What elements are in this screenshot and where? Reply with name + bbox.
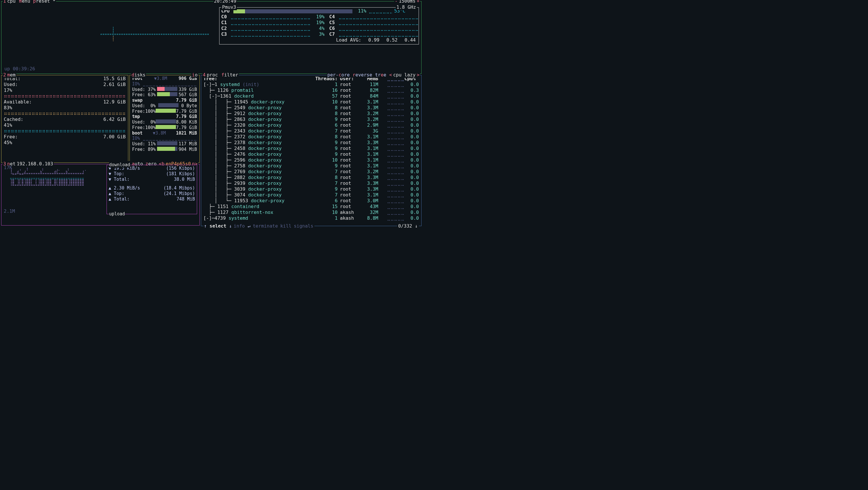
sort-mode[interactable]: cpu lazy bbox=[393, 72, 416, 78]
ul-top-val: (24.1 Mibps) bbox=[163, 191, 195, 197]
net-graph: ⢸ ⠀⠀⢠⠀⠀⢸⠀⠀⠀⠀⠀⠀⡆⠀⠀⠀⠀⠀⢠⡀⠀⠀⠀⡆⠀⠀⠀⠀⠀⠀⢀ ⢸⡀⢀⣾⡀⢀… bbox=[4, 165, 105, 214]
dl-label: download bbox=[109, 162, 130, 168]
disk-volume: tmp7.79 GiB bbox=[132, 114, 197, 119]
mem-panel: 2 mem Total:15.5 GiBUsed:2.61 GiB 17%⠶⠶⠶… bbox=[1, 75, 128, 163]
core-C5: C5⣀⣀⣀⣀⣀⣀⣀⣀⣀⣀⣀⣀⣀⣀⣀⣀⣀⣀⣀⣀⣀⣀⣀9% bbox=[329, 20, 423, 26]
proc-row[interactable]: │ ├─ 2882 docker-proxy 8 root 3.3M ⣀⣀⣀⣀⣀… bbox=[204, 175, 419, 180]
proc-row[interactable]: [-]─1 systemd (init) 1 root 11M ⣀⣀⣀⣀⣀ 0.… bbox=[204, 82, 419, 87]
clock: 20:26:49 bbox=[213, 0, 237, 4]
core-C0: C0⣀⣀⣀⣀⣀⣀⣀⣀⣀⣀⣀⣀⣀⣀⣀⣀⣀⣀⣀⣀⣀⣀⣀19% bbox=[221, 14, 324, 20]
ul-total: ▲ Total: bbox=[108, 197, 129, 202]
mem-row: Used:2.61 GiB bbox=[4, 82, 126, 87]
footer-info[interactable]: info bbox=[234, 223, 245, 229]
cpu-freq: 1.8 GHz bbox=[396, 4, 417, 10]
interval-minus[interactable]: - bbox=[394, 0, 398, 4]
mem-row: Cached:6.42 GiB bbox=[4, 117, 126, 122]
proc-row[interactable]: │ ├─ 3074 docker-proxy 7 root 3.1M ⣀⣀⣀⣀⣀… bbox=[204, 192, 419, 198]
ul-top: ▲ Top: bbox=[108, 191, 124, 197]
proc-row[interactable]: │ ├─ 2758 docker-proxy 9 root 3.1M ⣀⣀⣀⣀⣀… bbox=[204, 163, 419, 169]
proc-row[interactable]: │ ├─ 2476 docker-proxy 9 root 3.1M ⣀⣀⣀⣀⣀… bbox=[204, 151, 419, 157]
dl-total-val: 38.0 MiB bbox=[174, 177, 195, 182]
loadavg-1: 0.99 bbox=[368, 37, 379, 43]
interval: 1500ms bbox=[398, 0, 416, 4]
net-panel: 3 net 192.168.0.103 sync auto zero <b en… bbox=[1, 164, 200, 226]
cpu-cores-box: Pmuv3 1.8 GHz CPU 11% ⣀⣀⣀⣀⣀⣀⣀ 53°C C0⣀⣀⣀… bbox=[219, 7, 419, 45]
proc-row[interactable]: │ ├─ 3039 docker-proxy 9 root 3.3M ⣀⣀⣀⣀⣀… bbox=[204, 186, 419, 192]
footer-select[interactable]: select bbox=[210, 223, 226, 229]
ul-bits: (18.4 Mibps) bbox=[163, 185, 195, 191]
proc-row[interactable]: [-]─4739 systemd 1 akash 8.8M ⣀⣀⣀⣀⣀ 0.0 bbox=[204, 215, 419, 221]
proc-row[interactable]: [-]─1361 dockerd 57 root 84M ⣀⣀⣀⣀⣀ 0.0 bbox=[204, 93, 419, 99]
sort-right[interactable]: > bbox=[416, 72, 420, 78]
disk-volume: boot▼3.8M1021 MiB bbox=[132, 131, 197, 136]
proc-row[interactable]: │ ├─ 2912 docker-proxy 8 root 3.2M ⣀⣀⣀⣀⣀… bbox=[204, 111, 419, 117]
ul-total-val: 748 MiB bbox=[177, 197, 195, 202]
proc-title: proc bbox=[206, 72, 219, 78]
proc-panel: 4 proc filter per-core reverse tree < cp… bbox=[201, 75, 422, 226]
proc-row[interactable]: │ ├─ 2549 docker-proxy 8 root 3.3M ⣀⣀⣀⣀⣀… bbox=[204, 105, 419, 111]
core-C4: C4⣀⣀⣀⣀⣀⣀⣀⣀⣀⣀⣀⣀⣀⣀⣀⣀⣀⣀⣀⣀⣀⣀⣀7% bbox=[329, 14, 423, 20]
proc-row[interactable]: │ ├─ 2939 docker-proxy 7 root 3.3M ⣀⣀⣀⣀⣀… bbox=[204, 180, 419, 186]
core-C3: C3⣀⣀⣀⣀⣀⣀⣀⣀⣀⣀⣀⣀⣀⣀⣀⣀⣀⣀⣀⣀⣀⣀⣀3% bbox=[221, 31, 324, 37]
proc-row[interactable]: │ ├─ 2320 docker-proxy 6 root 2.9M ⣀⣀⣀⣀⣀… bbox=[204, 122, 419, 128]
dl-top: ▼ Top: bbox=[108, 171, 124, 177]
cpu-panel-num: 1 bbox=[3, 0, 7, 4]
cpu-panel: 1 cpu menu preset * 20:26:49 - 1500ms + … bbox=[1, 1, 422, 74]
sort-left[interactable]: < bbox=[389, 72, 393, 78]
preset-button[interactable]: reset * bbox=[36, 0, 56, 4]
cpu-model: Pmuv3 bbox=[221, 4, 237, 10]
mem-panel-num: 2 bbox=[3, 72, 7, 78]
loadavg-label: Load AVG: bbox=[336, 37, 362, 43]
proc-panel-num: 4 bbox=[202, 72, 207, 78]
menu-button[interactable]: enu bbox=[22, 0, 30, 4]
proc-row[interactable]: │ ├─ 2863 docker-proxy 9 root 3.2M ⣀⣀⣀⣀⣀… bbox=[204, 117, 419, 122]
uptime: up 00:39:26 bbox=[4, 66, 35, 72]
cpu-graph: ⠀⠀⠀⠀⠀⢸ ⠀⠀⠀⠀⠀⢸ ⢀⣀⣀⣀⣀⣸⣀⣀⣀⣀⣀⣀⣀⣀⣀⣀⣀⣀⣀⣀⣀⣀⣀⣀⣀⣀… bbox=[100, 25, 209, 43]
loadavg-5: 0.52 bbox=[386, 37, 398, 43]
proc-row[interactable]: │ ├─ 11945 docker-proxy 10 root 3.1M ⣀⣀⣀… bbox=[204, 99, 419, 105]
dl-total: ▼ Total: bbox=[108, 177, 129, 182]
dl-bits: (156 Kibps) bbox=[166, 166, 195, 171]
proc-row[interactable]: │ └─ 11953 docker-proxy 6 root 3.0M ⣀⣀⣀⣀… bbox=[204, 198, 419, 204]
net-ymin: 2.1M bbox=[4, 208, 15, 214]
core-C1: C1⣀⣀⣀⣀⣀⣀⣀⣀⣀⣀⣀⣀⣀⣀⣀⣀⣀⣀⣀⣀⣀⣀⣀19% bbox=[221, 20, 324, 26]
proc-row[interactable]: │ ├─ 2378 docker-proxy 9 root 3.3M ⣀⣀⣀⣀⣀… bbox=[204, 140, 419, 146]
ul-label: upload bbox=[109, 211, 125, 217]
cpu-title[interactable]: cpu bbox=[7, 0, 16, 4]
footer-terminate[interactable]: terminate bbox=[252, 223, 279, 229]
core-C7: C7⣀⣀⣀⣀⣀⣀⣀⣀⣀⣀⣀⣀⣀⣀⣀⣀⣀⣀⣀⣀⣀⣀⣀5% bbox=[329, 31, 423, 37]
footer-pos: 0/332 bbox=[398, 223, 412, 229]
core-C6: C6⣀⣀⣀⣀⣀⣀⣀⣀⣀⣀⣀⣀⣀⣀⣀⣀⣀⣀⣀⣀⣀⣀⣀23% bbox=[329, 26, 423, 31]
interval-plus[interactable]: + bbox=[416, 0, 420, 4]
disks-panel: disks io root▼3.8M906 GiBIO% ⣀⣀⣀⣀⣀⣀⣀⣀⣀⣀⣀… bbox=[129, 75, 200, 163]
footer-kill[interactable]: kill bbox=[279, 223, 292, 229]
proc-row[interactable]: │ ├─ 2372 docker-proxy 8 root 3.1M ⣀⣀⣀⣀⣀… bbox=[204, 134, 419, 140]
core-C2: C2⣀⣀⣀⣀⣀⣀⣀⣀⣀⣀⣀⣀⣀⣀⣀⣀⣀⣀⣀⣀⣀⣀⣀4% bbox=[221, 26, 324, 31]
proc-row[interactable]: ├─ 1151 containerd 15 root 43M ⣀⣀⣀⣀⣀ 0.0 bbox=[204, 204, 419, 209]
ul-rate: ▲ 2.30 MiB/s bbox=[108, 185, 140, 191]
proc-row[interactable]: ├─ 1127 qbittorrent-nox 10 akash 32M ⣀⣀⣀… bbox=[204, 209, 419, 215]
proc-row[interactable]: │ ├─ 2769 docker-proxy 7 root 3.2M ⣀⣀⣀⣀⣀… bbox=[204, 169, 419, 175]
footer-signals[interactable]: signals bbox=[292, 223, 314, 229]
mem-row: Free:7.00 GiB bbox=[4, 134, 126, 140]
proc-row[interactable]: ├─ 1126 promtail 16 root 82M ⣀⣀⣀⣀⣀ 0.3 bbox=[204, 87, 419, 93]
mem-row: Available:12.9 GiB bbox=[4, 99, 126, 105]
net-ymax: 17K bbox=[4, 165, 12, 171]
loadavg-15: 0.44 bbox=[404, 37, 416, 43]
proc-row[interactable]: │ ├─ 2343 docker-proxy 7 root 3G ⣀⣀⣀⣀⣀ 0… bbox=[204, 128, 419, 134]
proc-row[interactable]: │ ├─ 2458 docker-proxy 9 root 3.1M ⣀⣀⣀⣀⣀… bbox=[204, 146, 419, 151]
proc-row[interactable]: │ ├─ 2596 docker-proxy 10 root 3.1M ⣀⣀⣀⣀… bbox=[204, 157, 419, 163]
dl-top-val: (181 Kibps) bbox=[166, 171, 195, 177]
disk-volume: swap7.79 GiB bbox=[132, 98, 197, 103]
